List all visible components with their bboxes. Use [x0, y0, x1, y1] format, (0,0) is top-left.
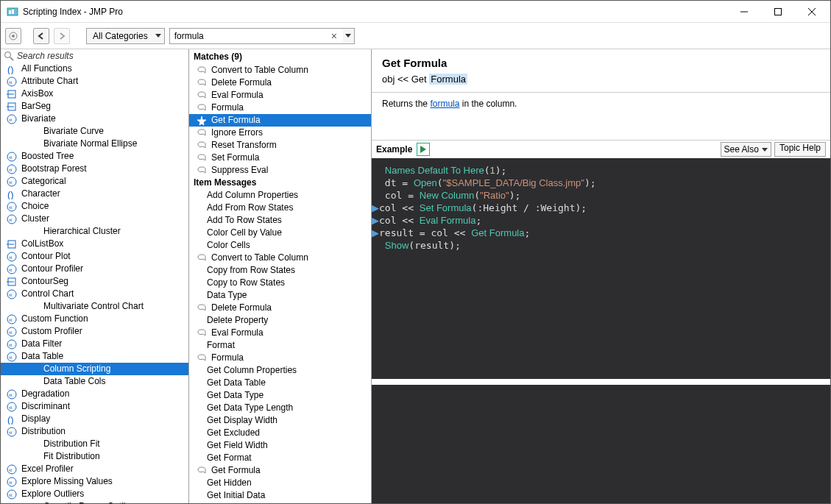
tree-item[interactable]: «Contour Plot — [1, 250, 188, 263]
tree-item-label: Hierarchical Cluster — [43, 226, 121, 237]
tree-item[interactable]: Bivariate Normal Ellipse — [1, 138, 188, 150]
tree-item[interactable]: Distribution Fit — [1, 438, 188, 450]
tree-item[interactable]: «Data Table — [1, 350, 188, 363]
tree-item[interactable]: ()All Functions — [1, 63, 188, 75]
output-area[interactable] — [372, 385, 830, 504]
tree-item[interactable]: Data Table Cols — [1, 375, 188, 388]
box-icon — [7, 277, 17, 287]
match-item[interactable]: Ignore Errors — [189, 127, 371, 139]
tree-item[interactable]: «Attribute Chart — [1, 75, 188, 88]
tree-item-label: Contour Profiler — [21, 263, 83, 274]
tree-item[interactable]: «Explore Missing Values — [1, 475, 188, 488]
tree-item[interactable]: «Explore Outliers — [1, 488, 188, 500]
match-item[interactable]: Get Formula — [189, 464, 371, 477]
match-item[interactable]: Get Excluded — [189, 427, 371, 439]
tree-item[interactable]: «Discriminant — [1, 400, 188, 413]
match-item[interactable]: Suppress Eval — [189, 164, 371, 177]
tree-item[interactable]: «Bivariate — [1, 113, 188, 125]
match-item[interactable]: Convert to Table Column — [189, 252, 371, 264]
match-item[interactable]: Copy from Row States — [189, 264, 371, 277]
match-item[interactable]: Add To Row States — [189, 214, 371, 227]
run-example-button[interactable] — [417, 143, 430, 156]
tree-item-label: Distribution — [21, 426, 66, 437]
topic-help-button[interactable]: Topic Help — [774, 142, 826, 157]
search-dropdown-button[interactable] — [343, 28, 355, 44]
match-item[interactable]: Convert to Table Column — [189, 64, 371, 77]
tree-item[interactable]: BarSeg — [1, 100, 188, 113]
tree-item[interactable]: «Categorical — [1, 175, 188, 188]
match-item[interactable]: Add From Row States — [189, 202, 371, 214]
match-item[interactable]: Reset Transform — [189, 139, 371, 152]
example-code[interactable]: Names Default To Here(1); dt = Open("$SA… — [372, 158, 830, 379]
match-item[interactable]: Get Data Type — [189, 389, 371, 402]
match-item[interactable]: Get Hidden — [189, 477, 371, 489]
home-button[interactable] — [5, 28, 21, 44]
match-item[interactable]: Get Field Width — [189, 439, 371, 452]
tree-item[interactable]: «Distribution — [1, 425, 188, 438]
tree-item[interactable]: ()Character — [1, 188, 188, 200]
match-item[interactable]: Get Data Table — [189, 377, 371, 389]
tree-item[interactable]: AxisBox — [1, 88, 188, 100]
close-button[interactable] — [795, 1, 829, 22]
tree-item-label: Explore Missing Values — [21, 476, 113, 487]
match-item[interactable]: Formula — [189, 352, 371, 364]
search-icon — [4, 51, 14, 61]
paren-icon: () — [7, 189, 17, 199]
tree-item[interactable]: «Boosted Tree — [1, 150, 188, 163]
tree-item[interactable]: «Excel Profiler — [1, 463, 188, 475]
category-dropdown[interactable]: All Categories — [86, 28, 165, 44]
tree-item-label: Character — [21, 188, 60, 199]
match-item[interactable]: Set Formula — [189, 152, 371, 164]
tree-item[interactable]: ()Display — [1, 413, 188, 425]
back-button[interactable] — [33, 28, 49, 44]
tree-item[interactable]: Fit Distribution — [1, 450, 188, 463]
match-item[interactable]: Get Column Properties — [189, 364, 371, 377]
forward-button[interactable] — [54, 28, 70, 44]
match-item[interactable]: Add Column Properties — [189, 189, 371, 202]
match-item[interactable]: Data Type — [189, 289, 371, 302]
tree-item[interactable]: Hierarchical Cluster — [1, 225, 188, 238]
tree-item[interactable]: ColListBox — [1, 238, 188, 250]
match-item[interactable]: Get Initial Data — [189, 489, 371, 502]
svg-text:(): () — [7, 189, 14, 199]
tree-item[interactable]: «Choice — [1, 200, 188, 213]
match-item[interactable]: Get Data Type Length — [189, 402, 371, 414]
match-item[interactable]: Copy to Row States — [189, 277, 371, 289]
tree-item[interactable]: «Bootstrap Forest — [1, 163, 188, 175]
tree-item[interactable]: Quantile Range Outliers — [1, 500, 188, 504]
maximize-button[interactable] — [761, 1, 795, 22]
tree-item[interactable]: «Data Filter — [1, 338, 188, 350]
tree-item[interactable]: ContourSeg — [1, 275, 188, 288]
match-item[interactable]: Eval Formula — [189, 327, 371, 339]
match-item[interactable]: Color Cells — [189, 239, 371, 252]
tree-item[interactable]: «Contour Profiler — [1, 263, 188, 275]
match-item[interactable]: Get Formula — [189, 114, 371, 127]
tree-item[interactable]: Bivariate Curve — [1, 125, 188, 138]
match-item[interactable]: Format — [189, 339, 371, 352]
match-item[interactable]: Formula — [189, 102, 371, 114]
tree-item[interactable]: «Custom Profiler — [1, 325, 188, 338]
match-label: Add Column Properties — [207, 190, 298, 201]
none-icon — [29, 364, 39, 375]
dbl-icon: « — [7, 177, 17, 187]
match-item[interactable]: Delete Property — [189, 314, 371, 327]
minimize-button[interactable] — [727, 1, 761, 22]
svg-point-8 — [12, 35, 15, 38]
search-input[interactable] — [169, 28, 346, 44]
match-item[interactable]: Delete Formula — [189, 77, 371, 89]
match-item[interactable]: Get Format — [189, 452, 371, 464]
tree-item[interactable]: «Custom Function — [1, 313, 188, 325]
tree-item[interactable]: «Cluster — [1, 213, 188, 225]
see-also-dropdown[interactable]: See Also — [721, 142, 771, 157]
match-item[interactable]: Delete Formula — [189, 302, 371, 314]
tree-item[interactable]: «Control Chart — [1, 288, 188, 300]
match-item[interactable]: Eval Formula — [189, 89, 371, 102]
tree-item[interactable]: Multivariate Control Chart — [1, 300, 188, 313]
tree-item[interactable]: Column Scripting — [1, 363, 188, 375]
message-icon — [197, 103, 207, 113]
clear-search-button[interactable]: × — [331, 30, 343, 42]
match-item[interactable]: Get Display Width — [189, 414, 371, 427]
match-item[interactable]: Color Cell by Value — [189, 227, 371, 239]
tree-item-label: Bivariate Curve — [43, 126, 104, 137]
tree-item[interactable]: «Degradation — [1, 388, 188, 400]
